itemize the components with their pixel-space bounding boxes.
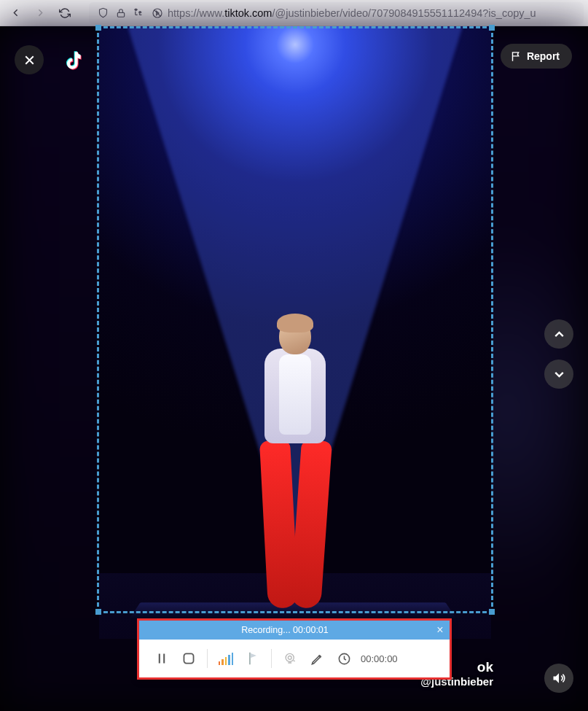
svg-rect-0 <box>117 12 124 17</box>
separator <box>271 649 272 668</box>
recorder-status: Recording... 00:00:01 <box>139 625 431 635</box>
back-button[interactable] <box>4 2 26 24</box>
svg-point-6 <box>288 656 291 659</box>
shield-icon <box>95 7 111 18</box>
video-player[interactable] <box>99 26 491 639</box>
stop-button[interactable] <box>176 646 201 671</box>
speaker-icon <box>552 671 566 685</box>
reload-button[interactable] <box>54 2 76 24</box>
duration-icon <box>332 646 356 671</box>
screen-recorder-toolbar: Recording... 00:00:01 × 00:00:00 <box>137 618 452 680</box>
recorder-duration: 00:00:00 <box>361 653 398 664</box>
recorder-controls: 00:00:00 <box>139 640 450 677</box>
volume-button[interactable] <box>544 664 573 693</box>
chevron-up-icon <box>552 327 567 342</box>
close-button[interactable] <box>15 45 44 74</box>
report-button[interactable]: Report <box>501 44 572 69</box>
pause-button[interactable] <box>149 646 174 671</box>
draw-button[interactable] <box>305 646 329 671</box>
page-content: ok @justinbieber Report Recording... 00:… <box>0 26 588 711</box>
report-label: Report <box>527 50 560 62</box>
autoplay-blocked-icon <box>149 7 165 19</box>
tiktok-logo-icon[interactable] <box>61 45 90 74</box>
previous-video-button[interactable] <box>544 319 573 349</box>
annotation-cursor-button[interactable] <box>240 646 265 671</box>
forward-button[interactable] <box>29 2 51 24</box>
lock-icon <box>113 8 129 18</box>
webcam-button[interactable] <box>278 646 302 671</box>
permissions-icon <box>131 7 147 18</box>
recorder-close-button[interactable]: × <box>431 623 450 637</box>
flag-icon <box>511 51 522 62</box>
svg-rect-4 <box>184 653 193 663</box>
svg-point-5 <box>286 653 294 661</box>
next-video-button[interactable] <box>544 360 573 389</box>
address-bar[interactable]: https://www.tiktok.com/@justinbieber/vid… <box>89 2 584 24</box>
recorder-titlebar[interactable]: Recording... 00:00:01 × <box>139 621 450 640</box>
separator <box>207 649 208 668</box>
chevron-down-icon <box>552 367 567 382</box>
browser-toolbar: https://www.tiktok.com/@justinbieber/vid… <box>0 0 588 26</box>
url-text: https://www.tiktok.com/@justinbieber/vid… <box>168 7 536 19</box>
audio-levels-icon[interactable] <box>213 646 238 671</box>
performer <box>255 318 335 617</box>
